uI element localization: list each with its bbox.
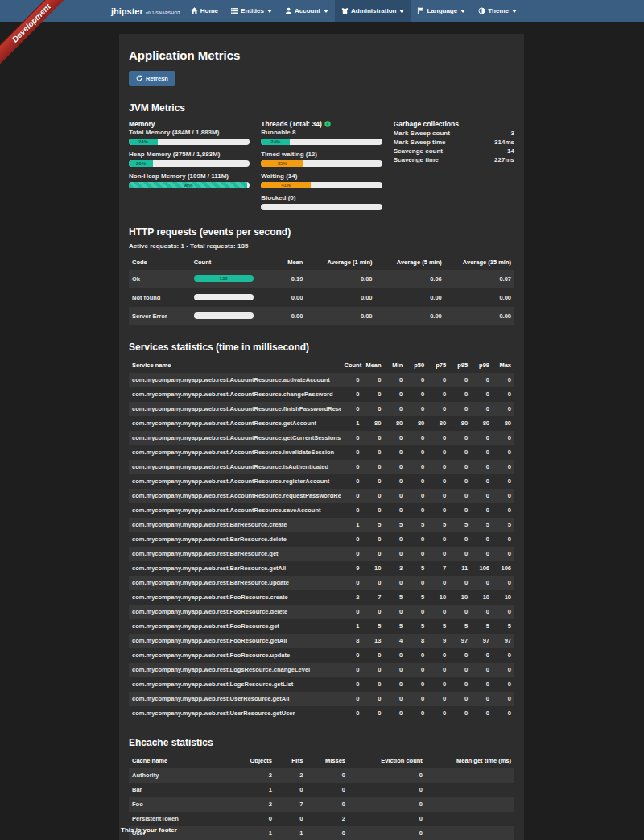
- service-value-cell: 0: [449, 460, 471, 474]
- service-value-cell: 0: [471, 474, 493, 489]
- service-value-cell: 97: [493, 634, 514, 648]
- service-value-cell: 0: [341, 489, 362, 503]
- services-statistics-table: Service nameCountMeanMinp50p75p95p99Maxc…: [129, 358, 514, 721]
- http-code-cell: Not found: [129, 288, 191, 307]
- cache-value-cell: 2: [237, 768, 275, 783]
- table-header: Service nameCountMeanMinp50p75p95p99Max: [129, 358, 514, 373]
- cache-row: Foo2700: [129, 797, 514, 812]
- nav-item-administration[interactable]: Administration: [335, 0, 411, 22]
- column-header: Min: [384, 358, 406, 373]
- service-value-cell: 0: [493, 532, 514, 547]
- service-value-cell: 0: [493, 402, 514, 416]
- service-value-cell: 5: [449, 518, 471, 532]
- cache-value-cell: 0: [306, 797, 349, 812]
- cache-value-cell: 0: [349, 797, 426, 812]
- service-row: com.mycompany.myapp.web.rest.AccountReso…: [129, 431, 514, 445]
- service-value-cell: 0: [362, 373, 384, 387]
- nav-item-language[interactable]: Language: [411, 0, 472, 22]
- nav-item-entities[interactable]: Entities: [225, 0, 279, 22]
- service-value-cell: 3: [384, 561, 406, 576]
- progress-fill: 41%: [261, 182, 311, 188]
- service-name-cell: com.mycompany.myapp.web.rest.AccountReso…: [129, 387, 341, 402]
- service-value-cell: 5: [406, 590, 427, 605]
- service-value-cell: 0: [471, 402, 493, 416]
- service-value-cell: 0: [493, 445, 514, 460]
- service-value-cell: 0: [362, 503, 384, 518]
- progress-bar: 24%: [261, 139, 382, 145]
- service-value-cell: 5: [471, 619, 493, 634]
- service-value-cell: 0: [384, 445, 406, 460]
- service-value-cell: 0: [493, 489, 514, 503]
- cache-value-cell: [426, 768, 514, 783]
- service-row: com.mycompany.myapp.web.rest.AccountReso…: [129, 387, 514, 402]
- service-row: com.mycompany.myapp.web.rest.FooResource…: [129, 634, 514, 648]
- nav-item-theme[interactable]: Theme: [472, 0, 523, 22]
- service-name-cell: com.mycompany.myapp.web.rest.AccountReso…: [129, 460, 341, 474]
- service-value-cell: 5: [406, 561, 427, 576]
- cache-value-cell: 1: [275, 826, 306, 840]
- service-value-cell: 0: [471, 677, 493, 692]
- service-value-cell: 5: [384, 619, 406, 634]
- service-name-cell: com.mycompany.myapp.web.rest.FooResource…: [129, 634, 341, 648]
- progress-bar: [261, 204, 382, 210]
- service-value-cell: 0: [384, 677, 406, 692]
- service-value-cell: 0: [384, 692, 406, 706]
- service-value-cell: 80: [384, 416, 406, 431]
- service-value-cell: 0: [362, 431, 384, 445]
- column-header: Mean get time (ms): [426, 753, 514, 768]
- nav-item-label: Account: [295, 7, 320, 14]
- thread-dump-icon[interactable]: [324, 121, 331, 127]
- brand-name: jhipster: [111, 6, 143, 16]
- service-value-cell: 0: [362, 648, 384, 663]
- column-header: Objects: [237, 753, 275, 768]
- service-value-cell: 0: [341, 648, 362, 663]
- service-row: com.mycompany.myapp.web.rest.AccountReso…: [129, 460, 514, 474]
- service-value-cell: 10: [449, 590, 471, 605]
- http-code-cell: Server Error: [129, 307, 191, 325]
- http-value-cell: 0.06: [376, 270, 445, 288]
- progress-fill: 98%: [129, 182, 247, 188]
- ehcache-statistics-table: Cache nameObjectsHitsMissesEviction coun…: [129, 753, 514, 840]
- service-value-cell: 1: [341, 416, 362, 431]
- cache-value-cell: 7: [275, 797, 306, 812]
- column-header: p50: [406, 358, 427, 373]
- nav-item-label: Home: [200, 7, 218, 14]
- http-row: Not found0.000.000.000.00: [129, 288, 514, 307]
- column-header: p99: [471, 358, 493, 373]
- service-value-cell: 1: [341, 518, 362, 532]
- http-requests-table: CodeCountMeanAverage (1 min)Average (5 m…: [129, 254, 514, 325]
- progress-fill: 24%: [261, 139, 290, 145]
- service-name-cell: com.mycompany.myapp.web.rest.LogsResourc…: [129, 663, 341, 677]
- service-value-cell: 0: [427, 373, 449, 387]
- brand-version: v0.1-SNAPSHOT: [146, 10, 180, 15]
- refresh-button[interactable]: Refresh: [129, 71, 175, 86]
- service-value-cell: 0: [384, 532, 406, 547]
- table-header-row: Service nameCountMeanMinp50p75p95p99Max: [129, 358, 514, 373]
- service-value-cell: 0: [406, 489, 427, 503]
- nav-item-home[interactable]: Home: [184, 0, 225, 22]
- service-value-cell: 0: [406, 648, 427, 663]
- gc-value: 227ms: [494, 155, 514, 164]
- home-icon: [191, 7, 198, 14]
- cache-value-cell: 0: [349, 826, 426, 840]
- service-value-cell: 80: [493, 416, 514, 431]
- service-value-cell: 5: [384, 590, 406, 605]
- navbar-brand[interactable]: jhipster v0.1-SNAPSHOT: [111, 6, 180, 16]
- service-value-cell: 0: [471, 605, 493, 619]
- service-name-cell: com.mycompany.myapp.web.rest.AccountReso…: [129, 445, 341, 460]
- service-value-cell: 0: [449, 474, 471, 489]
- metrics-card: Application Metrics Refresh JVM Metrics …: [119, 34, 524, 840]
- cache-value-cell: 0: [275, 783, 306, 797]
- service-name-cell: com.mycompany.myapp.web.rest.FooResource…: [129, 605, 341, 619]
- service-value-cell: 0: [341, 547, 362, 561]
- service-value-cell: 0: [449, 576, 471, 590]
- http-requests-summary: Active requests: 1 - Total requests: 135: [129, 242, 514, 250]
- service-row: com.mycompany.myapp.web.rest.AccountReso…: [129, 489, 514, 503]
- service-row: com.mycompany.myapp.web.rest.BarResource…: [129, 532, 514, 547]
- progress-fill: 24%: [129, 139, 158, 145]
- service-value-cell: 0: [471, 503, 493, 518]
- progress-bar: 132: [194, 275, 254, 282]
- thread-metric-label: Blocked (0): [261, 194, 382, 201]
- nav-item-account[interactable]: Account: [279, 0, 335, 22]
- service-value-cell: 0: [449, 373, 471, 387]
